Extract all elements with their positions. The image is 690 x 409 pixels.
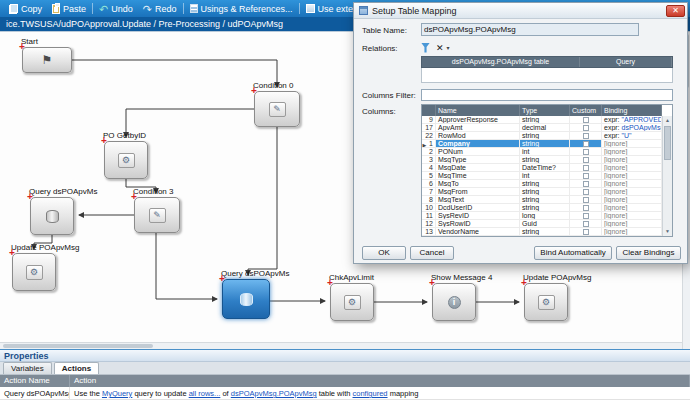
close-button[interactable]: ✕ xyxy=(666,5,685,17)
method-icon: ⚙ xyxy=(538,295,555,310)
columns-grid-header: Name Type Custom Binding xyxy=(422,105,662,116)
usings-references-button[interactable]: Usings & References... xyxy=(185,0,298,17)
breakpoint-marker: + xyxy=(9,248,15,258)
node-label: Show Message 4 xyxy=(431,273,492,282)
node-label: Update POApvMsg xyxy=(11,243,79,252)
custom-checkbox[interactable] xyxy=(583,229,589,235)
scrollbar-thumb[interactable] xyxy=(3,344,153,348)
condition-icon: ✎ xyxy=(149,208,166,223)
table-name-input[interactable] xyxy=(421,23,639,36)
binding-link[interactable]: "APPROVED" xyxy=(622,116,662,123)
custom-checkbox[interactable] xyxy=(583,149,589,155)
table-row[interactable]: 12 SysRowID Guid [ignore] xyxy=(422,220,662,228)
node-query-dspoapvmsg-selected[interactable]: Query dsPOApvMs + xyxy=(222,279,270,319)
method-icon: ⚙ xyxy=(26,265,43,280)
undo-button[interactable]: ↶Undo xyxy=(94,0,138,17)
custom-checkbox[interactable] xyxy=(583,141,589,147)
node-condition-0[interactable]: Condition 0 +✎ xyxy=(254,91,300,127)
table-row[interactable]: 2 PONum int [ignore] xyxy=(422,148,662,156)
table-row[interactable]: 3 MsgType string [ignore] xyxy=(422,156,662,164)
scrollbar-thumb[interactable] xyxy=(664,126,671,160)
breakpoint-marker: + xyxy=(429,278,435,288)
custom-checkbox[interactable] xyxy=(583,165,589,171)
node-update-poapvmsg-right[interactable]: Update POApvMsg +⚙ xyxy=(524,283,568,321)
grid-vertical-scrollbar[interactable]: ▲ ▼ xyxy=(662,116,672,236)
custom-checkbox[interactable] xyxy=(583,157,589,163)
action-description-cell: Use the MyQuery query to update all rows… xyxy=(70,387,690,399)
canvas-horizontal-scrollbar[interactable] xyxy=(0,342,682,349)
scroll-down-arrow[interactable]: ▼ xyxy=(663,227,672,236)
filter-relation-icon[interactable] xyxy=(421,43,430,53)
custom-checkbox[interactable] xyxy=(583,205,589,211)
database-icon xyxy=(46,210,59,223)
custom-checkbox[interactable] xyxy=(583,197,589,203)
bind-automatically-button[interactable]: Bind Automatically xyxy=(534,246,612,260)
relations-label: Relations: xyxy=(362,44,398,53)
all-rows-link[interactable]: all rows... xyxy=(189,389,221,398)
table-row[interactable]: 17 ApvAmt decimal expr: dsPOApvMsg.POAp xyxy=(422,124,662,132)
paste-button[interactable]: Paste xyxy=(47,0,91,17)
paste-icon xyxy=(52,4,60,14)
delete-relation-icon[interactable]: ✕ xyxy=(436,43,444,53)
breakpoint-marker: + xyxy=(131,192,137,202)
table-row[interactable]: 9 ApproverResponse string expr: "APPROVE… xyxy=(422,116,662,124)
node-po-getbyid[interactable]: PO GetbyID +⚙ xyxy=(104,141,148,179)
binding-link[interactable]: dsPOApvMsg.POAp xyxy=(622,124,662,131)
node-chkapvlimit[interactable]: ChkApvLimit +⚙ xyxy=(330,283,374,321)
node-start[interactable]: Start +⚑ xyxy=(22,47,72,73)
binding-link[interactable]: "U" xyxy=(622,132,632,139)
table-row[interactable]: 10 DcdUserID string [ignore] xyxy=(422,204,662,212)
dialog-titlebar[interactable]: Setup Table Mapping ✕ xyxy=(354,3,687,19)
custom-checkbox[interactable] xyxy=(583,117,589,123)
relations-query-column-header: Query xyxy=(580,57,672,67)
table-row[interactable]: 11 SysRevID long [ignore] xyxy=(422,212,662,220)
cancel-button[interactable]: Cancel xyxy=(410,246,454,260)
table-row[interactable]: 5 MsgTime int [ignore] xyxy=(422,172,662,180)
custom-checkbox[interactable] xyxy=(583,133,589,139)
app-window: Copy Paste ↶Undo ↷Redo Usings & Referenc… xyxy=(0,0,690,409)
action-row[interactable]: Query dsPOApvMsg 1 Use the MyQuery query… xyxy=(0,387,690,400)
ok-button[interactable]: OK xyxy=(362,246,406,260)
clear-bindings-button[interactable]: Clear Bindings xyxy=(616,246,681,260)
setup-table-mapping-dialog: Setup Table Mapping ✕ Table Name: Relati… xyxy=(353,2,688,264)
custom-checkbox[interactable] xyxy=(583,221,589,227)
custom-checkbox[interactable] xyxy=(583,181,589,187)
columns-filter-input[interactable] xyxy=(421,89,673,101)
custom-checkbox[interactable] xyxy=(583,237,589,238)
myquery-link[interactable]: MyQuery xyxy=(102,389,132,398)
configured-mapping-link[interactable]: configured xyxy=(353,389,388,398)
copy-button[interactable]: Copy xyxy=(4,0,47,17)
custom-checkbox[interactable] xyxy=(583,125,589,131)
redo-button[interactable]: ↷Redo xyxy=(138,0,182,17)
table-row[interactable]: 4 MsgDate DateTime? [ignore] xyxy=(422,164,662,172)
custom-checkbox[interactable] xyxy=(583,189,589,195)
type-column-header: Type xyxy=(520,105,570,116)
table-row[interactable]: 22 RowMod string expr: "U" xyxy=(422,132,662,140)
tab-actions[interactable]: Actions xyxy=(54,362,99,374)
info-icon: i xyxy=(448,296,461,309)
custom-checkbox[interactable] xyxy=(583,213,589,219)
usings-icon xyxy=(190,4,198,13)
properties-panel-title: Properties xyxy=(0,350,690,362)
table-row[interactable]: 7 MsgFrom string [ignore] xyxy=(422,188,662,196)
node-condition-3[interactable]: Condition 3 +✎ xyxy=(134,197,180,233)
scroll-up-arrow[interactable]: ▲ xyxy=(663,116,672,125)
table-row[interactable]: 13 VendorName string [ignore] xyxy=(422,228,662,236)
chevron-down-icon[interactable]: ▾ xyxy=(447,44,450,51)
tab-variables[interactable]: Variables xyxy=(3,362,52,374)
relations-grid-body[interactable] xyxy=(421,68,673,83)
method-icon: ⚙ xyxy=(118,153,135,168)
custom-checkbox[interactable] xyxy=(583,173,589,179)
table-name-label: Table Name: xyxy=(362,26,407,35)
table-row-selected[interactable]: 1 Company string [ignore] xyxy=(422,140,662,148)
table-row[interactable]: 8 MsgText string [ignore] xyxy=(422,196,662,204)
table-row[interactable]: 6 MsgTo string [ignore] xyxy=(422,180,662,188)
columns-filter-label: Columns Filter: xyxy=(362,91,416,100)
node-update-poapvmsg-left[interactable]: Update POApvMsg +⚙ xyxy=(12,253,56,291)
properties-tabs: Variables Actions xyxy=(0,362,690,375)
table-link[interactable]: dsPOApvMsg.POApvMsg xyxy=(231,389,317,398)
table-row[interactable]: 14 xyxy=(422,236,662,237)
node-show-message-4[interactable]: Show Message 4 +i xyxy=(432,283,476,321)
copy-icon xyxy=(9,4,18,14)
node-query-dspoapvms[interactable]: Query dsPOApvMs + xyxy=(30,197,74,235)
